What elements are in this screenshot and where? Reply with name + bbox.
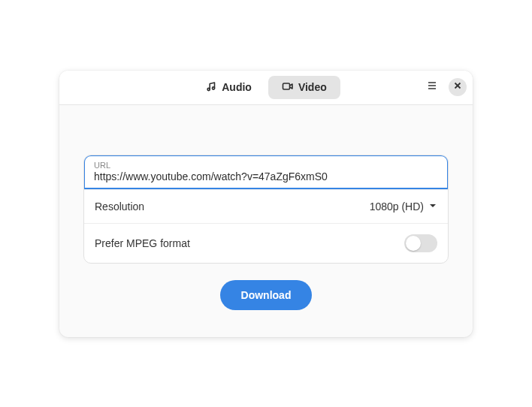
video-icon <box>282 80 294 95</box>
music-icon <box>205 80 217 95</box>
switch-knob <box>406 236 421 251</box>
resolution-label: Resolution <box>95 200 144 213</box>
settings-card: URL Resolution 1080p (HD) Prefer MPEG fo… <box>83 155 449 264</box>
resolution-row[interactable]: Resolution 1080p (HD) <box>84 189 448 223</box>
resolution-value: 1080p (HD) <box>370 200 424 213</box>
menu-button[interactable] <box>423 78 441 96</box>
svg-rect-2 <box>283 83 289 89</box>
download-button[interactable]: Download <box>220 280 313 310</box>
tab-video[interactable]: Video <box>268 76 340 99</box>
close-icon <box>452 80 464 95</box>
prefer-mpeg-row[interactable]: Prefer MPEG format <box>84 223 448 263</box>
close-button[interactable] <box>449 78 467 96</box>
tab-video-label: Video <box>298 81 327 93</box>
tab-switcher: Audio Video <box>192 76 340 99</box>
svg-point-0 <box>207 88 210 90</box>
hamburger-icon <box>426 80 438 95</box>
url-label: URL <box>94 161 438 170</box>
tab-audio-label: Audio <box>222 81 252 93</box>
resolution-dropdown[interactable]: 1080p (HD) <box>370 200 437 213</box>
url-field-container[interactable]: URL <box>83 155 449 189</box>
prefer-mpeg-label: Prefer MPEG format <box>95 237 190 249</box>
chevron-down-icon <box>428 200 437 213</box>
prefer-mpeg-switch[interactable] <box>404 234 437 252</box>
tab-audio[interactable]: Audio <box>192 76 265 99</box>
header-bar: Audio Video <box>59 71 473 105</box>
svg-point-1 <box>213 86 215 89</box>
content-area: URL Resolution 1080p (HD) Prefer MPEG fo… <box>59 105 473 337</box>
header-controls <box>423 78 467 96</box>
app-window: Audio Video <box>59 71 473 337</box>
url-input[interactable] <box>94 170 438 182</box>
